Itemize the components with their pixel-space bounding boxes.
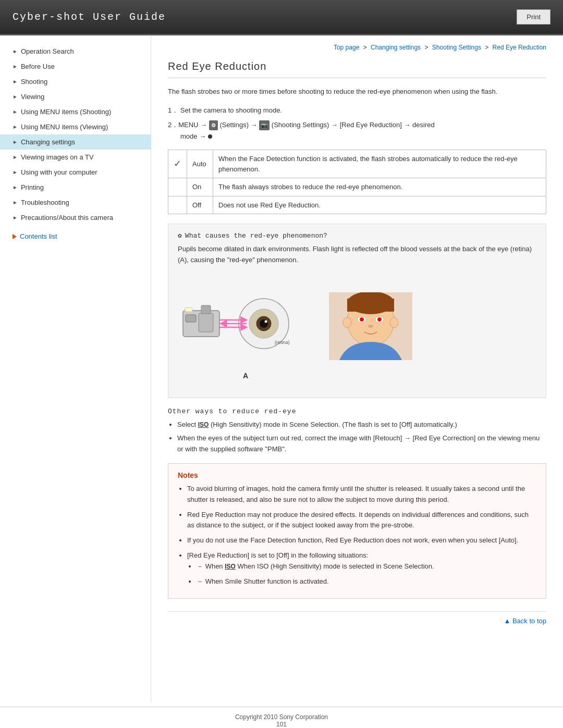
list-item: [Red Eye Reduction] is set to [Off] in t… [187, 550, 536, 587]
eye-diagram: (retina) [178, 274, 313, 380]
sidebar-item-troubleshooting[interactable]: ► Troubleshooting [0, 195, 151, 210]
svg-point-9 [265, 320, 267, 323]
svg-rect-4 [185, 307, 192, 312]
chevron-right-icon: ► [13, 169, 18, 175]
chevron-right-icon: ► [13, 109, 18, 115]
sidebar-item-using-menu-viewing[interactable]: ► Using MENU items (Viewing) [0, 119, 151, 134]
header: Cyber-shot User Guide Print [0, 0, 563, 35]
settings-icon: ⚙ [209, 120, 218, 130]
page-title: Red Eye Reduction [168, 60, 546, 78]
list-item: If you do not use the Face Detection fun… [187, 535, 536, 546]
chevron-right-icon: ► [13, 215, 18, 220]
reduction-table: ✓ Auto When the Face Detection function … [168, 150, 546, 214]
table-row: On The flash always strobes to reduce th… [168, 178, 546, 196]
list-item: When the eyes of the subject turn out re… [177, 433, 546, 455]
table-cell-label: Auto [187, 150, 213, 178]
chevron-right-icon: ► [13, 124, 18, 130]
notes-sub-list: When ISO When ISO (High Sensitivity) mod… [197, 561, 536, 587]
chevron-right-icon: ► [13, 184, 18, 190]
breadcrumb-shooting-settings[interactable]: Shooting Settings [432, 44, 481, 51]
svg-text:(retina): (retina) [275, 340, 290, 345]
back-to-top-link[interactable]: ▲ Back to top [168, 611, 546, 630]
svg-rect-3 [201, 305, 211, 314]
steps-section: 1． Set the camera to shooting mode. 2．ME… [168, 105, 546, 142]
sidebar-item-precautions[interactable]: ► Precautions/About this camera [0, 210, 151, 225]
iso-icon: ISO [225, 562, 236, 572]
contents-list-link[interactable]: Contents list [0, 227, 151, 245]
other-ways-title: Other ways to reduce red-eye [168, 408, 546, 415]
breadcrumb-red-eye[interactable]: Red Eye Reduction [493, 44, 546, 51]
table-row: Off Does not use Red Eye Reduction. [168, 196, 546, 214]
copyright-text: Copyright 2010 Sony Corporation [0, 713, 563, 721]
notes-box: Notes To avoid blurring of images, hold … [168, 463, 546, 599]
breadcrumb-top[interactable]: Top page [334, 44, 359, 51]
camera-diagram-svg: (retina) [178, 274, 313, 368]
diagram-area: (retina) [178, 274, 536, 380]
sidebar-item-operation-search[interactable]: ► Operation Search [0, 44, 151, 59]
iso-icon: ISO [198, 420, 209, 430]
page-number: 101 [0, 721, 563, 728]
diagram-label: A [178, 372, 313, 380]
chevron-right-icon: ► [13, 200, 18, 205]
child-photo [329, 292, 412, 362]
arrow-right-icon [13, 234, 17, 239]
print-button[interactable]: Print [517, 9, 550, 24]
list-item: When ISO When ISO (High Sensitivity) mod… [197, 561, 536, 572]
list-item: When Smile Shutter function is activated… [197, 576, 536, 587]
table-cell-icon: ✓ [168, 150, 187, 178]
content-area: Top page > Changing settings > Shooting … [151, 35, 563, 702]
hint-title: ✿ What causes the red-eye phenomenon? [178, 231, 536, 240]
other-ways-list: Select ISO (High Sensitivity) mode in Sc… [177, 419, 546, 455]
table-cell-icon [168, 178, 187, 196]
sidebar-item-before-use[interactable]: ► Before Use [0, 59, 151, 74]
shooting-settings-icon: 📷 [259, 120, 270, 130]
list-item: Select ISO (High Sensitivity) mode in Sc… [177, 419, 546, 430]
table-cell-label: Off [187, 196, 213, 214]
sidebar-item-using-computer[interactable]: ► Using with your computer [0, 165, 151, 180]
hint-box: ✿ What causes the red-eye phenomenon? Pu… [168, 224, 546, 398]
table-cell-description: When the Face Detection function is acti… [213, 150, 546, 178]
svg-point-24 [360, 318, 363, 321]
list-item: Red Eye Reduction may not produce the de… [187, 510, 536, 532]
sidebar-item-viewing-tv[interactable]: ► Viewing images on a TV [0, 150, 151, 165]
step-1: 1． Set the camera to shooting mode. [168, 105, 546, 116]
list-item: To avoid blurring of images, hold the ca… [187, 484, 536, 505]
gear-icon: ✿ [178, 231, 182, 240]
svg-rect-2 [199, 313, 213, 332]
table-cell-description: Does not use Red Eye Reduction. [213, 196, 546, 214]
notes-list: To avoid blurring of images, hold the ca… [187, 484, 536, 587]
svg-point-26 [368, 325, 373, 328]
chevron-right-icon: ► [13, 94, 18, 100]
svg-point-18 [343, 317, 351, 328]
confirm-icon [208, 134, 212, 139]
svg-rect-1 [186, 315, 196, 322]
page-footer: Copyright 2010 Sony Corporation 101 [0, 707, 563, 728]
checkmark-icon: ✓ [174, 158, 181, 169]
chevron-right-icon: ► [13, 79, 18, 84]
sidebar-item-printing[interactable]: ► Printing [0, 180, 151, 195]
chevron-right-icon: ► [13, 154, 18, 160]
chevron-right-icon: ► [13, 64, 18, 69]
sidebar: ► Operation Search ► Before Use ► Shooti… [0, 35, 151, 702]
sidebar-item-changing-settings[interactable]: ► Changing settings [0, 134, 151, 150]
svg-point-25 [378, 318, 381, 321]
sidebar-item-viewing[interactable]: ► Viewing [0, 89, 151, 104]
hint-text: Pupils become dilated in dark environmen… [178, 244, 536, 266]
sidebar-item-using-menu-shooting[interactable]: ► Using MENU items (Shooting) [0, 104, 151, 119]
table-cell-icon [168, 196, 187, 214]
table-row: ✓ Auto When the Face Detection function … [168, 150, 546, 178]
child-photo-svg [329, 292, 412, 360]
breadcrumb: Top page > Changing settings > Shooting … [168, 44, 546, 51]
svg-point-19 [390, 317, 398, 328]
sidebar-item-shooting[interactable]: ► Shooting [0, 74, 151, 89]
intro-text: The flash strobes two or more times befo… [168, 87, 546, 97]
app-title: Cyber-shot User Guide [13, 11, 166, 23]
chevron-right-icon: ► [13, 48, 18, 54]
breadcrumb-changing[interactable]: Changing settings [371, 44, 421, 51]
table-cell-description: The flash always strobes to reduce the r… [213, 178, 546, 196]
step-2: 2．MENU → ⚙ (Settings) → 📷 (Shooting Sett… [168, 119, 546, 142]
table-cell-label: On [187, 178, 213, 196]
chevron-right-icon: ► [13, 139, 18, 145]
svg-rect-17 [347, 299, 394, 312]
notes-title: Notes [178, 471, 536, 479]
